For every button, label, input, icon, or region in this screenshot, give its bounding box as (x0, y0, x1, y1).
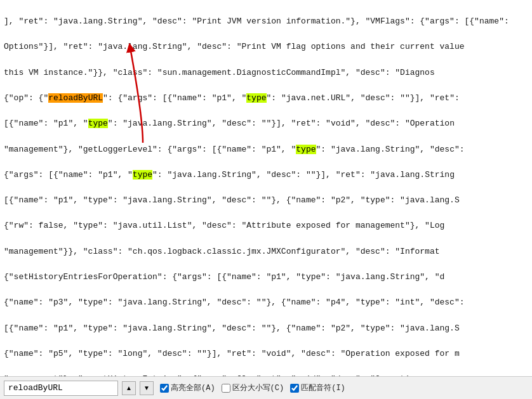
search-bar: ▲ ▼ 高亮全部(A) 区分大小写(C) 匹配音符(I) (0, 376, 532, 399)
line-13: [{"name": "p1", "type": "java.lang.Strin… (4, 324, 460, 333)
type-highlight-2: type (88, 119, 108, 128)
type-highlight-3: type (296, 145, 316, 154)
line-5: [{"name": "p1", "type": "java.lang.Strin… (4, 119, 455, 128)
line-7: {"args": [{"name": "p1", "type": "java.l… (4, 170, 455, 180)
case-sensitive-label[interactable]: 区分大小写(C) (232, 383, 284, 393)
line-1: ], "ret": "java.lang.String", "desc": "P… (4, 16, 509, 26)
line-12: {"name": "p3", "type": "java.lang.String… (4, 298, 465, 307)
match-diacritic-label[interactable]: 匹配音符(I) (301, 383, 345, 393)
highlight-all-checkbox[interactable] (160, 384, 169, 393)
match-diacritic-checkbox[interactable] (290, 384, 299, 393)
line-9: {"rw": false, "type": "java.util.List", … (4, 221, 444, 230)
match-diacritic-group: 匹配音符(I) (290, 383, 345, 393)
line-11: {"setHistoryEntriesForOperation": {"args… (4, 272, 444, 282)
search-input[interactable] (4, 381, 118, 396)
highlight-all-label[interactable]: 高亮全部(A) (171, 383, 215, 393)
type-highlight-1: type (246, 93, 266, 103)
line-8: [{"name": "p1", "type": "java.lang.Strin… (4, 195, 460, 205)
line-2: Options"}], "ret": "java.lang.String", "… (4, 42, 465, 51)
case-sensitive-group: 区分大小写(C) (222, 383, 284, 393)
case-sensitive-checkbox[interactable] (222, 384, 230, 393)
highlighted-match: reloadByURL (48, 93, 103, 103)
type-highlight-4: type (133, 170, 152, 180)
line-10: "management"}}, "class": "ch.qos.logback… (4, 247, 440, 256)
line-4: {"op": {"reloadByURL": {"args": [{"name"… (4, 93, 460, 103)
line-14: {"name": "p5", "type": "long", "desc": "… (4, 349, 460, 358)
line-6: "management"}, "getLoggerLevel": {"args"… (4, 145, 465, 154)
line-3: this VM instance."}}, "class": "sun.mana… (4, 68, 435, 77)
next-button[interactable]: ▼ (140, 381, 154, 395)
highlight-all-group: 高亮全部(A) (160, 383, 215, 393)
text-content-area: ], "ret": "java.lang.String", "desc": "P… (0, 0, 532, 376)
prev-button[interactable]: ▲ (122, 381, 136, 395)
